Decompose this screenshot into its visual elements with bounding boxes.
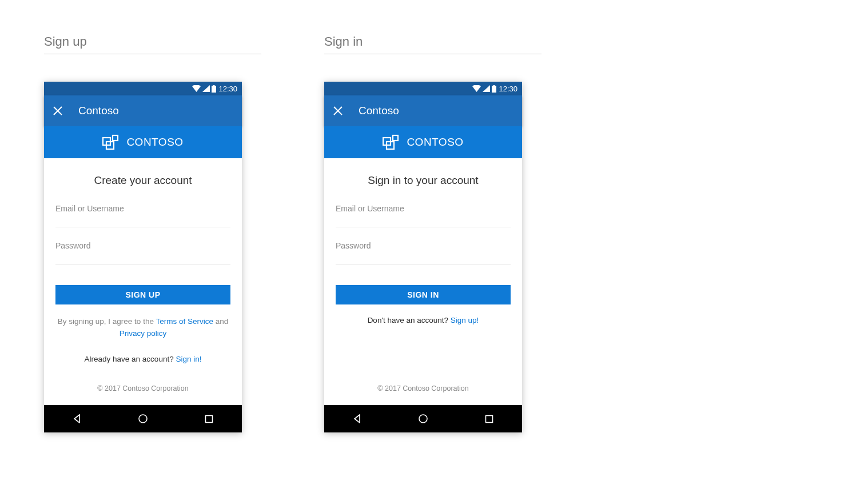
app-bar-title: Contoso (359, 105, 399, 117)
password-field-label[interactable]: Password (55, 241, 230, 250)
signup-column: Sign up 12:30 Contoso (44, 34, 261, 432)
sign-up-link[interactable]: Sign up! (451, 316, 479, 324)
password-input-underline (336, 264, 511, 264)
signin-column: Sign in 12:30 Contoso (324, 34, 541, 432)
sign-in-button[interactable]: SIGN IN (336, 285, 511, 304)
app-bar-title: Contoso (78, 105, 119, 117)
signup-page-title: Create your account (55, 174, 230, 187)
email-input-underline (336, 227, 511, 227)
recents-button[interactable] (483, 412, 495, 425)
back-icon (73, 414, 82, 423)
home-icon (138, 414, 148, 424)
home-button[interactable] (417, 412, 429, 425)
app-bar: Contoso (324, 95, 522, 126)
signin-section-heading: Sign in (324, 34, 541, 54)
svg-point-12 (419, 415, 427, 423)
battery-icon (212, 85, 216, 93)
legal-text: By signing up, I agree to the Terms of S… (55, 316, 230, 340)
svg-point-5 (139, 415, 147, 423)
terms-of-service-link[interactable]: Terms of Service (156, 317, 213, 326)
battery-icon (492, 85, 496, 93)
signal-icon (483, 85, 490, 92)
status-time: 12:30 (218, 85, 237, 93)
status-icons (192, 85, 216, 93)
back-button[interactable] (71, 412, 83, 425)
recents-icon (205, 415, 213, 423)
email-input-underline (55, 227, 230, 227)
signup-prompt: Don't have an account? Sign up! (336, 316, 511, 324)
sign-in-link[interactable]: Sign in! (176, 355, 201, 363)
brand-name: CONTOSO (126, 136, 183, 149)
signup-phone-mock: 12:30 Contoso CONTOSO Create your accoun… (44, 82, 242, 432)
back-icon (353, 414, 362, 423)
close-icon (53, 106, 62, 115)
close-button[interactable] (333, 106, 343, 115)
status-time: 12:30 (499, 85, 517, 93)
privacy-policy-link[interactable]: Privacy policy (120, 329, 167, 338)
brand-bar: CONTOSO (44, 126, 242, 158)
android-nav-bar (44, 405, 242, 432)
brand-logo-icon (102, 134, 120, 151)
sign-up-button[interactable]: SIGN UP (55, 285, 230, 304)
recents-button[interactable] (202, 412, 215, 425)
signal-icon (202, 85, 210, 92)
signin-prompt: Already have an account? Sign in! (55, 355, 230, 363)
svg-rect-7 (492, 86, 496, 93)
home-button[interactable] (137, 412, 149, 425)
svg-rect-8 (493, 85, 495, 86)
password-field-label[interactable]: Password (336, 241, 511, 250)
wifi-icon (192, 85, 201, 92)
svg-rect-13 (485, 415, 492, 422)
email-field-label[interactable]: Email or Username (336, 204, 511, 213)
android-nav-bar (324, 405, 522, 432)
signup-section-heading: Sign up (44, 34, 261, 54)
signin-page-title: Sign in to your account (336, 174, 511, 187)
app-bar: Contoso (44, 95, 242, 126)
status-bar: 12:30 (324, 82, 522, 95)
svg-rect-6 (205, 415, 212, 422)
copyright: © 2017 Contoso Corporation (336, 372, 511, 405)
svg-rect-1 (213, 85, 215, 86)
svg-rect-11 (393, 135, 398, 141)
wifi-icon (472, 85, 481, 92)
recents-icon (485, 415, 493, 423)
brand-bar: CONTOSO (324, 126, 522, 158)
brand-logo-icon (383, 134, 400, 151)
close-icon (333, 106, 343, 115)
password-input-underline (55, 264, 230, 264)
email-field-label[interactable]: Email or Username (55, 204, 230, 213)
status-icons (472, 85, 496, 93)
status-bar: 12:30 (44, 82, 242, 95)
svg-rect-4 (113, 135, 118, 141)
copyright: © 2017 Contoso Corporation (55, 372, 230, 405)
close-button[interactable] (53, 106, 62, 115)
home-icon (418, 414, 428, 424)
svg-rect-0 (212, 86, 216, 93)
signin-phone-mock: 12:30 Contoso CONTOSO Sign in to your ac… (324, 82, 522, 432)
brand-name: CONTOSO (407, 136, 463, 149)
back-button[interactable] (351, 412, 364, 425)
